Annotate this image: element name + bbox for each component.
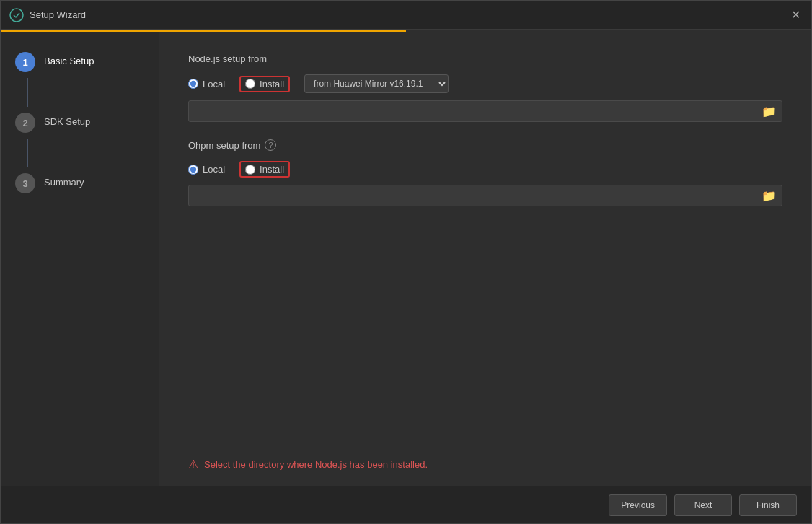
nodejs-path-input-row: 📁: [188, 100, 782, 122]
nodejs-local-label: Local: [203, 79, 225, 89]
ohpm-path-input[interactable]: [195, 191, 762, 201]
ohpm-title: Ohpm setup from: [188, 140, 260, 151]
ohpm-install-highlight: Install: [239, 161, 290, 178]
nodejs-mirror-select[interactable]: from Huawei Mirror v16.19.1: [304, 74, 449, 93]
nodejs-install-label: Install: [260, 79, 284, 89]
content-area: 1 Basic Setup 2 SDK Setup 3 Summary: [1, 32, 811, 486]
app-icon: [9, 8, 24, 22]
error-message: Select the directory where Node.js has b…: [204, 459, 428, 470]
ohpm-local-radio[interactable]: [188, 165, 198, 175]
titlebar-left: Setup Wizard: [9, 8, 86, 22]
step-3-circle: 3: [15, 173, 35, 193]
nodejs-section: Node.js setup from Local Install: [188, 53, 782, 139]
ohpm-local-option[interactable]: Local: [188, 164, 225, 175]
nodejs-install-highlight: Install: [239, 76, 290, 92]
ohpm-folder-icon[interactable]: 📁: [762, 189, 776, 203]
sidebar: 1 Basic Setup 2 SDK Setup 3 Summary: [1, 32, 159, 486]
main-panel: Node.js setup from Local Install: [159, 32, 811, 443]
ohpm-section: Ohpm setup from ? Local: [188, 139, 782, 224]
ohpm-path-input-row: 📁: [188, 185, 782, 206]
nodejs-title: Node.js setup from: [188, 53, 782, 64]
step-connector-2: [27, 139, 28, 167]
ohpm-install-label: Install: [260, 164, 284, 175]
next-button[interactable]: Next: [674, 494, 732, 516]
nodejs-local-option[interactable]: Local: [188, 79, 225, 89]
nodejs-local-radio[interactable]: [188, 79, 198, 89]
ohpm-local-label: Local: [203, 164, 225, 175]
titlebar: Setup Wizard ✕: [1, 1, 811, 30]
finish-button[interactable]: Finish: [739, 494, 797, 516]
nodejs-folder-icon[interactable]: 📁: [762, 105, 776, 118]
step-3[interactable]: 3 Summary: [1, 167, 159, 199]
step-1-circle: 1: [15, 52, 35, 72]
svg-point-0: [10, 9, 23, 22]
ohpm-install-radio[interactable]: [245, 165, 255, 175]
ohpm-help-icon[interactable]: ?: [265, 139, 276, 151]
step-2-label: SDK Setup: [44, 113, 90, 127]
error-section: ⚠ Select the directory where Node.js has…: [159, 443, 811, 486]
step-1[interactable]: 1 Basic Setup: [1, 46, 159, 78]
footer: Previous Next Finish: [1, 486, 811, 523]
setup-wizard-window: Setup Wizard ✕ 1 Basic Setup 2 SDK Setup: [0, 0, 812, 524]
nodejs-install-radio[interactable]: [245, 79, 255, 89]
ohpm-install-option[interactable]: Install: [245, 164, 284, 175]
step-2-circle: 2: [15, 113, 35, 133]
nodejs-path-input[interactable]: [195, 106, 762, 116]
close-button[interactable]: ✕: [788, 8, 803, 22]
step-1-label: Basic Setup: [44, 52, 94, 66]
ohpm-radio-group: Local Install: [188, 161, 782, 178]
window-title: Setup Wizard: [30, 9, 86, 20]
step-2[interactable]: 2 SDK Setup: [1, 107, 159, 139]
nodejs-radio-group: Local Install from Huawei Mirror v16.19.…: [188, 74, 782, 93]
previous-button[interactable]: Previous: [609, 494, 667, 516]
step-connector-1: [27, 78, 28, 107]
nodejs-install-option[interactable]: Install: [245, 79, 284, 89]
error-icon: ⚠: [188, 458, 198, 471]
step-3-label: Summary: [44, 173, 84, 188]
